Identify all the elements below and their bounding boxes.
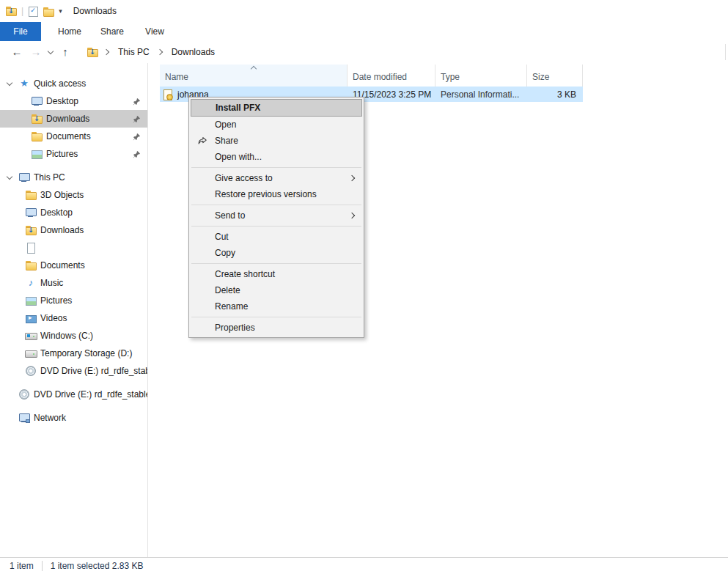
sidebar-item-label: Desktop bbox=[40, 207, 147, 218]
sidebar-item-desktop-quick[interactable]: Desktop bbox=[0, 92, 147, 110]
3d-objects-folder-icon bbox=[25, 189, 37, 201]
menu-item-install-pfx[interactable]: Install PFX bbox=[191, 99, 362, 117]
sidebar-item-pictures-quick[interactable]: Pictures bbox=[0, 145, 147, 163]
ribbon-tab-bar: File Home Share View bbox=[0, 22, 728, 41]
menu-item-properties[interactable]: Properties bbox=[191, 320, 362, 336]
submenu-chevron-icon bbox=[350, 213, 356, 218]
address-bar: ← → ↑ ↓ This PC Downloads bbox=[0, 41, 728, 63]
sidebar-item-music[interactable]: ♪ Music bbox=[0, 274, 147, 292]
sidebar-item-label: Desktop bbox=[46, 96, 129, 106]
submenu-chevron-icon bbox=[350, 175, 356, 181]
column-header-size[interactable]: Size bbox=[527, 65, 583, 87]
pictures-icon bbox=[25, 295, 37, 306]
address-location-icon[interactable]: ↓ bbox=[87, 46, 98, 58]
sidebar-item-desktop[interactable]: Desktop bbox=[0, 204, 147, 221]
sidebar-item-documents[interactable]: Documents bbox=[0, 257, 147, 274]
column-header-name[interactable]: Name bbox=[160, 65, 348, 87]
back-button[interactable]: ← bbox=[7, 43, 26, 62]
menu-item-create-shortcut[interactable]: Create shortcut bbox=[191, 266, 362, 282]
column-header-type[interactable]: Type bbox=[435, 65, 527, 87]
search-box-edge bbox=[725, 44, 726, 60]
breadcrumb-this-pc[interactable]: This PC bbox=[116, 45, 152, 59]
sidebar-item-3d-objects[interactable]: 3D Objects bbox=[0, 186, 147, 204]
breadcrumb-chevron-icon[interactable] bbox=[157, 48, 164, 56]
quick-access-icon: ★ bbox=[18, 78, 30, 89]
document-icon bbox=[25, 242, 37, 254]
menu-item-send-to[interactable]: Send to bbox=[191, 207, 362, 224]
file-type-cell: Personal Informati... bbox=[435, 89, 527, 100]
explorer-window: ↓ | ▾ Downloads File Home Share View ← →… bbox=[0, 0, 728, 574]
titlebar-separator: | bbox=[21, 6, 23, 16]
sidebar-item-windows-c[interactable]: Windows (C:) bbox=[0, 327, 147, 345]
videos-icon bbox=[25, 312, 37, 324]
pictures-icon bbox=[31, 148, 43, 160]
sidebar-section-label: Quick access bbox=[34, 78, 147, 89]
share-icon bbox=[197, 136, 207, 146]
sidebar-item-downloads[interactable]: ↓ Downloads bbox=[0, 221, 147, 239]
windows-drive-icon bbox=[25, 330, 37, 342]
sidebar-item-dvd-drive-e[interactable]: DVD Drive (E:) rd_rdfe_stable bbox=[0, 362, 147, 380]
network-icon bbox=[18, 412, 30, 424]
navigation-pane: ★ Quick access Desktop ↓ Downloads Docum… bbox=[0, 63, 148, 557]
column-header-date-modified[interactable]: Date modified bbox=[348, 65, 435, 87]
sidebar-item-label: Downloads bbox=[46, 114, 129, 124]
sidebar-item-documents-quick[interactable]: Documents bbox=[0, 128, 147, 145]
menu-item-share[interactable]: Share bbox=[191, 133, 362, 149]
qat-properties-icon[interactable] bbox=[28, 6, 38, 16]
sidebar-item-label: Pictures bbox=[46, 149, 129, 159]
menu-separator bbox=[191, 167, 361, 168]
sidebar-section-this-pc[interactable]: This PC bbox=[0, 169, 147, 186]
up-button[interactable]: ↑ bbox=[56, 43, 75, 62]
chevron-expanded-icon[interactable] bbox=[6, 174, 13, 181]
sidebar-item-pictures[interactable]: Pictures bbox=[0, 292, 147, 309]
tab-home[interactable]: Home bbox=[48, 22, 91, 41]
menu-item-give-access-to[interactable]: Give access to bbox=[191, 170, 362, 186]
documents-folder-icon bbox=[25, 260, 37, 271]
tab-view[interactable]: View bbox=[133, 22, 176, 41]
breadcrumb-downloads[interactable]: Downloads bbox=[169, 45, 217, 59]
tab-share[interactable]: Share bbox=[91, 22, 133, 41]
forward-button[interactable]: → bbox=[26, 43, 45, 62]
menu-separator bbox=[191, 317, 361, 317]
sidebar-item-label: 3D Objects bbox=[40, 190, 147, 200]
sidebar-item-label: DVD Drive (E:) rd_rdfe_stable bbox=[40, 366, 147, 376]
pin-icon bbox=[133, 97, 141, 106]
selection-summary: 1 item selected 2.83 KB bbox=[51, 561, 144, 571]
sidebar-item-label: Downloads bbox=[40, 225, 147, 235]
menu-item-rename[interactable]: Rename bbox=[191, 298, 362, 314]
menu-item-delete[interactable]: Delete bbox=[191, 282, 362, 298]
sidebar-item-label: Pictures bbox=[40, 295, 147, 306]
sidebar-item-network[interactable]: Network bbox=[0, 409, 147, 427]
sidebar-item-label: Documents bbox=[40, 260, 147, 271]
menu-item-restore-previous-versions[interactable]: Restore previous versions bbox=[191, 186, 362, 202]
chevron-expanded-icon[interactable] bbox=[6, 80, 13, 87]
tab-file[interactable]: File bbox=[0, 22, 41, 41]
menu-separator bbox=[191, 226, 361, 227]
qat-dropdown-chevron-icon[interactable]: ▾ bbox=[59, 7, 62, 15]
sidebar-item-label: Music bbox=[40, 278, 147, 288]
menu-item-label: Give access to bbox=[215, 173, 273, 183]
sidebar-section-quick-access[interactable]: ★ Quick access bbox=[0, 75, 147, 92]
pin-icon bbox=[133, 150, 141, 158]
menu-separator bbox=[191, 205, 361, 205]
sidebar-item-temp-storage-d[interactable]: Temporary Storage (D:) bbox=[0, 345, 147, 362]
sidebar-item-downloads-quick[interactable]: ↓ Downloads bbox=[0, 110, 147, 128]
sidebar-item-unlabeled[interactable] bbox=[0, 239, 147, 257]
hard-drive-icon bbox=[25, 347, 37, 359]
column-label: Size bbox=[532, 72, 549, 82]
menu-item-open-with[interactable]: Open with... bbox=[191, 149, 362, 165]
breadcrumb-chevron-icon[interactable] bbox=[103, 48, 111, 56]
pin-icon bbox=[133, 115, 141, 123]
menu-separator bbox=[191, 263, 361, 264]
menu-item-open[interactable]: Open bbox=[191, 117, 362, 133]
qat-new-folder-icon[interactable] bbox=[43, 6, 54, 17]
recent-locations-chevron-icon[interactable] bbox=[47, 48, 54, 56]
menu-item-cut[interactable]: Cut bbox=[191, 229, 362, 245]
column-headers: Name Date modified Type Size bbox=[160, 65, 583, 87]
menu-item-copy[interactable]: Copy bbox=[191, 245, 362, 261]
window-title: Downloads bbox=[73, 6, 117, 16]
sidebar-item-videos[interactable]: Videos bbox=[0, 309, 147, 327]
sidebar-item-label: Videos bbox=[40, 313, 147, 323]
sidebar-item-dvd-drive-e-2[interactable]: DVD Drive (E:) rd_rdfe_stable.T bbox=[0, 386, 147, 403]
column-label: Type bbox=[441, 72, 460, 82]
